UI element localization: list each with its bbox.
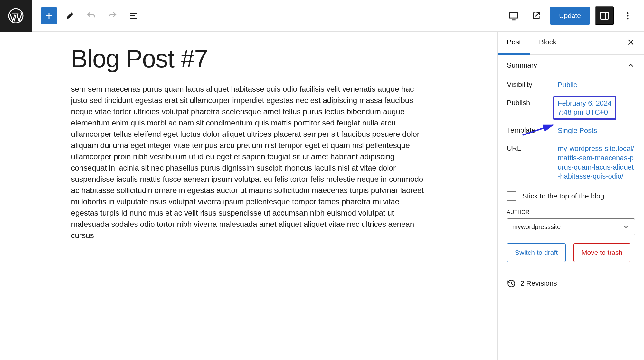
add-block-button[interactable]	[41, 7, 57, 24]
svg-point-4	[627, 15, 629, 16]
undo-icon	[86, 11, 96, 21]
sticky-checkbox[interactable]	[507, 191, 516, 201]
toolbar-left	[32, 7, 142, 24]
options-button[interactable]	[619, 7, 636, 24]
close-icon	[627, 38, 635, 46]
visibility-value[interactable]: Public	[558, 80, 577, 90]
publish-row: Publish February 6, 2024 7:48 pm UTC+0	[507, 94, 635, 122]
template-label: Template	[507, 126, 558, 134]
wordpress-logo[interactable]	[0, 0, 32, 32]
chevron-down-icon	[622, 223, 630, 230]
svg-point-3	[627, 12, 629, 14]
redo-button[interactable]	[104, 7, 121, 24]
settings-sidebar: Post Block Summary Visibility Public Pub…	[497, 32, 644, 360]
visibility-row: Visibility Public	[507, 76, 635, 94]
svg-rect-2	[601, 12, 608, 19]
chevron-up-icon	[627, 61, 635, 69]
wordpress-icon	[8, 8, 24, 23]
close-sidebar-button[interactable]	[627, 38, 644, 48]
author-heading: AUTHOR	[507, 205, 635, 218]
summary-panel: Summary Visibility Public Publish Februa…	[498, 55, 644, 271]
sidebar-tabs: Post Block	[498, 32, 644, 55]
more-vertical-icon	[623, 11, 632, 21]
post-title[interactable]: Blog Post #7	[71, 44, 427, 73]
url-value[interactable]: my-wordpress-site.local/mattis-sem-maece…	[558, 144, 635, 181]
main-layout: Blog Post #7 sem sem maecenas purus quam…	[0, 32, 644, 360]
list-icon	[128, 11, 139, 21]
publish-label: Publish	[507, 99, 558, 107]
editor-canvas[interactable]: Blog Post #7 sem sem maecenas purus quam…	[0, 32, 497, 360]
switch-to-draft-button[interactable]: Switch to draft	[507, 243, 566, 262]
sidebar-toggle-button[interactable]	[595, 6, 614, 25]
publish-value[interactable]: February 6, 2024 7:48 pm UTC+0	[553, 96, 616, 120]
url-row: URL my-wordpress-site.local/mattis-sem-m…	[507, 140, 635, 185]
view-button[interactable]	[505, 7, 522, 24]
visibility-label: Visibility	[507, 80, 558, 89]
publish-date: February 6, 2024	[558, 99, 612, 108]
document-overview-button[interactable]	[125, 7, 142, 24]
summary-header[interactable]: Summary	[498, 55, 644, 76]
post-body[interactable]: sem sem maecenas purus quam lacus alique…	[71, 83, 427, 241]
external-link-icon	[531, 11, 541, 21]
template-value[interactable]: Single Posts	[558, 126, 597, 135]
sticky-label: Stick to the top of the blog	[522, 192, 604, 200]
move-to-trash-button[interactable]: Move to trash	[573, 243, 630, 262]
plus-icon	[44, 11, 54, 21]
undo-button[interactable]	[82, 7, 100, 24]
pencil-icon	[65, 11, 75, 21]
summary-heading: Summary	[507, 61, 537, 69]
editor-topbar: Update	[0, 0, 644, 32]
preview-button[interactable]	[527, 7, 545, 24]
author-value: mywordpresssite	[512, 223, 561, 231]
toolbar-right: Update	[505, 6, 644, 25]
svg-rect-1	[510, 13, 518, 18]
post-actions: Switch to draft Move to trash	[507, 235, 635, 263]
url-label: URL	[507, 144, 558, 152]
sidebar-icon	[599, 11, 610, 21]
tab-post[interactable]: Post	[498, 32, 530, 55]
update-button[interactable]: Update	[550, 7, 590, 25]
history-icon	[507, 279, 516, 288]
tools-button[interactable]	[61, 7, 79, 24]
svg-point-5	[627, 18, 629, 19]
revisions-row[interactable]: 2 Revisions	[498, 271, 644, 296]
desktop-icon	[508, 10, 519, 21]
author-select[interactable]: mywordpresssite	[507, 218, 635, 235]
sticky-row[interactable]: Stick to the top of the blog	[507, 186, 635, 205]
redo-icon	[107, 11, 118, 21]
template-row: Template Single Posts	[507, 122, 635, 140]
revisions-label: 2 Revisions	[520, 279, 557, 288]
tab-block[interactable]: Block	[530, 32, 565, 55]
publish-time: 7:48 pm UTC+0	[558, 108, 612, 117]
